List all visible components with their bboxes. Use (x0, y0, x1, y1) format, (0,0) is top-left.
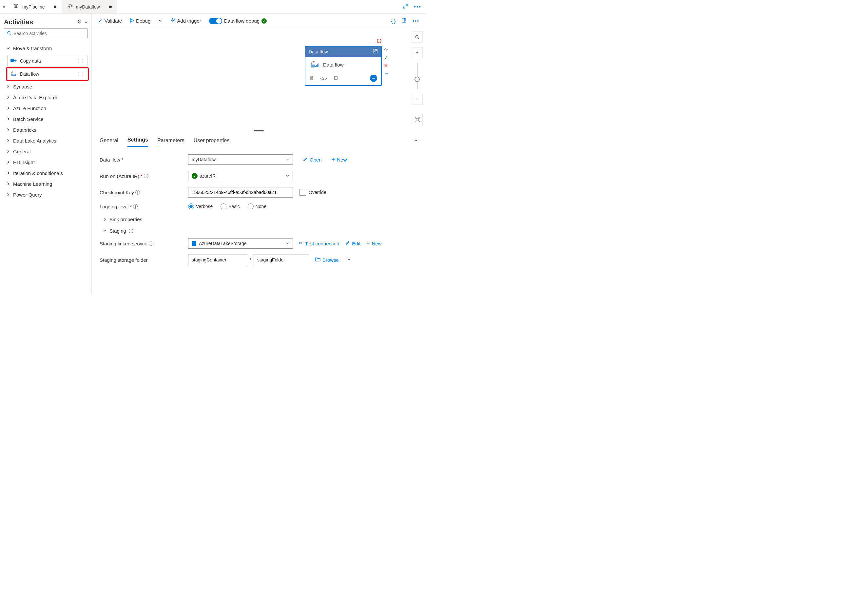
breakpoint-indicator (377, 39, 381, 43)
fit-screen-button[interactable] (412, 114, 423, 125)
more-icon[interactable]: ••• (413, 18, 419, 24)
category-synapse[interactable]: Synapse (4, 81, 87, 92)
sink-properties-header[interactable]: Sink properties (100, 215, 418, 227)
category-ml[interactable]: Machine Learning (4, 178, 87, 189)
search-canvas-button[interactable] (412, 31, 423, 43)
properties-icon[interactable] (402, 18, 407, 24)
node-header-title: Data flow (309, 49, 328, 55)
info-icon[interactable]: i (133, 204, 137, 209)
svg-line-5 (10, 34, 11, 35)
chevron-down-icon (286, 157, 289, 162)
staging-container-input[interactable] (188, 255, 247, 265)
success-path-icon[interactable]: ✓ (384, 55, 388, 60)
copy-icon[interactable] (333, 75, 338, 81)
lightning-icon: + (170, 18, 175, 24)
category-move-transform[interactable]: Move & transform (4, 43, 87, 54)
category-hdinsight[interactable]: HDInsight (4, 157, 87, 168)
checkpoint-label: Checkpoint Key i (100, 190, 188, 195)
panel-tab-settings[interactable]: Settings (127, 135, 148, 147)
category-label: Iteration & conditionals (13, 170, 63, 176)
activity-label: Data flow (20, 71, 39, 77)
category-general[interactable]: General (4, 146, 87, 157)
category-dla[interactable]: Data Lake Analytics (4, 135, 87, 146)
redo-icon[interactable]: ↷ (384, 47, 388, 52)
tab-dataflow[interactable]: myDataflow (62, 0, 117, 13)
checkpoint-key-input[interactable] (188, 187, 293, 198)
pipeline-canvas[interactable]: Data flow Data flow </> (92, 28, 426, 130)
dataflow-select[interactable]: myDataflow (188, 154, 293, 165)
collapse-all-icon[interactable] (77, 19, 81, 25)
panel-tab-parameters[interactable]: Parameters (157, 136, 185, 147)
chevron-down-icon (286, 241, 289, 246)
staging-header[interactable]: Staging i (100, 227, 418, 238)
category-databricks[interactable]: Databricks (4, 124, 87, 135)
dataflow-debug-toggle[interactable]: Data flow debug ✓ (209, 18, 267, 24)
category-azure-function[interactable]: Azure Function (4, 103, 87, 114)
tab-dataflow-title: myDataflow (76, 4, 100, 9)
staging-folder-input[interactable] (254, 255, 309, 265)
chevron-right-icon (6, 106, 10, 111)
next-arrow-button[interactable]: → (370, 75, 377, 82)
category-power-query[interactable]: Power Query (4, 189, 87, 200)
staging-linked-select[interactable]: AzureDataLakeStorage (188, 238, 293, 249)
panel-tab-general[interactable]: General (100, 136, 118, 147)
new-dataflow-link[interactable]: + New (332, 156, 347, 163)
debug-dropdown-icon[interactable] (158, 18, 162, 24)
open-external-icon[interactable] (373, 49, 378, 55)
browse-dropdown-icon[interactable] (343, 257, 351, 263)
add-trigger-button[interactable]: + Add trigger (170, 18, 201, 24)
override-checkbox[interactable] (300, 189, 306, 196)
category-batch-service[interactable]: Batch Service (4, 114, 87, 124)
expand-icon[interactable] (403, 4, 408, 10)
category-label: General (13, 149, 31, 154)
search-activities-field[interactable] (13, 31, 84, 36)
category-iteration[interactable]: Iteration & conditionals (4, 168, 87, 178)
more-icon[interactable]: ••• (414, 4, 421, 10)
browse-link[interactable]: Browse (315, 257, 339, 263)
debug-button[interactable]: Debug (130, 18, 151, 24)
failure-path-icon[interactable]: ✕ (384, 63, 388, 68)
svg-text:+: + (174, 18, 175, 21)
expand-left-icon[interactable]: » (0, 4, 9, 9)
info-icon[interactable]: i (135, 190, 140, 195)
code-icon[interactable]: </> (320, 76, 327, 81)
tab-pipeline[interactable]: myPipeline (9, 0, 62, 13)
edit-link[interactable]: Edit (345, 240, 360, 246)
dataflow-debug-label: Data flow debug (224, 18, 260, 24)
svg-rect-10 (11, 74, 13, 76)
delete-icon[interactable] (309, 75, 314, 81)
logging-basic-radio[interactable]: Basic (220, 204, 239, 209)
skip-path-icon[interactable]: → (384, 71, 388, 76)
validate-button[interactable]: ✓ Validate (98, 18, 122, 24)
zoom-in-button[interactable]: + (412, 47, 423, 58)
logging-verbose-radio[interactable]: Verbose (188, 204, 213, 209)
open-dataflow-link[interactable]: Open (303, 156, 322, 162)
collapse-sidebar-icon[interactable]: « (85, 19, 87, 25)
run-on-select[interactable]: ✓ azureIR (188, 171, 293, 181)
info-icon[interactable]: i (144, 174, 148, 178)
info-icon[interactable]: i (149, 241, 154, 246)
test-connection-link[interactable]: Test connection (298, 240, 339, 246)
canvas-node-dataflow[interactable]: Data flow Data flow </> (305, 46, 382, 86)
panel-tab-user-properties[interactable]: User properties (193, 136, 229, 147)
zoom-out-button[interactable]: − (412, 94, 423, 105)
dataflow-icon (67, 3, 73, 10)
chevron-right-icon (6, 116, 10, 122)
logging-none-radio[interactable]: None (248, 204, 266, 209)
folder-icon (315, 257, 320, 263)
search-activities-input[interactable] (4, 28, 87, 38)
staging-linked-label: Staging linked service i (100, 241, 188, 246)
category-ade[interactable]: Azure Data Explorer (4, 92, 87, 103)
toggle-switch[interactable] (209, 18, 222, 24)
new-linked-service-link[interactable]: + New (366, 240, 382, 247)
zoom-slider[interactable] (417, 63, 418, 89)
code-braces-icon[interactable]: { } (391, 18, 396, 24)
panel-collapse-icon[interactable] (413, 138, 418, 144)
status-ok-icon: ✓ (261, 18, 267, 24)
plus-icon: + (332, 156, 335, 163)
chevron-right-icon (6, 149, 10, 154)
add-trigger-label: Add trigger (177, 18, 201, 24)
info-icon[interactable]: i (129, 229, 133, 233)
activity-copy-data[interactable]: Copy data ⋮⋮ (7, 55, 87, 67)
activity-data-flow[interactable]: Data flow ⋮⋮ (7, 68, 87, 80)
